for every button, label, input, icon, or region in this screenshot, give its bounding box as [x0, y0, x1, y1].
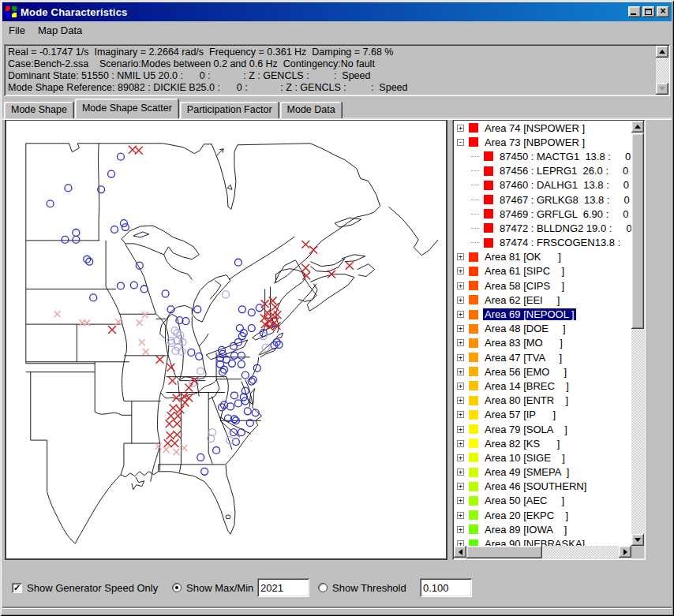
threshold-value-input[interactable] [420, 578, 472, 597]
tree-label[interactable]: 87450 : MACTG1 13.8 : 0 : [498, 151, 631, 162]
tree-row-area[interactable]: +Area 14 [BREC ] [454, 379, 631, 393]
tree-label[interactable]: Area 74 [NSPOWER ] [483, 122, 586, 134]
tree-scroll-down-button[interactable] [631, 534, 644, 546]
expand-icon[interactable]: + [457, 397, 464, 404]
tree-label-selected[interactable]: Area 69 [NEPOOL ] [483, 308, 576, 320]
show-threshold-radio[interactable] [318, 583, 328, 592]
tree-label[interactable]: 87472 : BLLDNG2 19.0 : 0 : [498, 222, 631, 234]
expand-icon[interactable]: + [457, 383, 464, 390]
show-generator-speed-checkbox[interactable]: ✓ [12, 583, 22, 593]
expand-icon[interactable]: + [457, 253, 464, 260]
tree-label[interactable]: Area 62 [EEI ] [483, 294, 561, 306]
expand-icon[interactable]: + [457, 483, 464, 490]
tree-row-area[interactable]: +Area 81 [OK ] [454, 250, 631, 264]
tree-row-area[interactable]: +Area 47 [TVA ] [454, 350, 631, 364]
tree-row-area[interactable]: +Area 56 [EMO ] [454, 364, 631, 379]
tree-label[interactable]: Area 80 [ENTR ] [483, 394, 570, 406]
tree-vertical-scrollbar[interactable] [631, 121, 644, 546]
tree-label[interactable]: Area 83 [MO ] [483, 337, 564, 349]
tab-participation-factor[interactable]: Participation Factor [180, 102, 279, 118]
tree-vertical-thumb[interactable] [631, 133, 644, 329]
minimize-button[interactable] [628, 6, 641, 17]
tree-row-area[interactable]: +Area 89 [IOWA ] [454, 522, 631, 536]
tree-row-generator[interactable]: 87474 : FRSCOGEN13.8 : [454, 236, 631, 250]
tree-row-area[interactable]: +Area 79 [SOLA ] [454, 422, 631, 436]
tree-row-area[interactable]: +Area 57 [IP ] [454, 408, 631, 422]
expand-icon[interactable]: + [457, 497, 464, 504]
tree-row-generator[interactable]: 87472 : BLLDNG2 19.0 : 0 : [454, 221, 631, 235]
expand-icon[interactable]: + [457, 354, 464, 361]
tree-row-area[interactable]: +Area 83 [MO ] [454, 336, 631, 350]
tree-row-area[interactable]: +Area 50 [AEC ] [454, 494, 631, 508]
tree-row-area[interactable]: +Area 74 [NSPOWER ] [454, 121, 631, 135]
tab-mode-shape-scatter[interactable]: Mode Shape Scatter [75, 99, 179, 118]
tree-label[interactable]: 87460 : DALHG1 13.8 : 0 : [498, 179, 631, 191]
tree-horizontal-thumb[interactable] [466, 546, 542, 558]
tree-row-area[interactable]: +Area 49 [SMEPA ] [454, 465, 631, 480]
tree-label[interactable]: Area 82 [KS ] [483, 438, 561, 450]
tree-label[interactable]: 87469 : GRFLGL 6.90 : 0 : [498, 208, 631, 220]
tree-row-area[interactable]: +Area 90 [NEBRASKA] [454, 536, 631, 546]
tree-label[interactable]: Area 81 [OK ] [483, 251, 563, 263]
tree-scroll-right-button[interactable] [619, 546, 631, 558]
tree-label[interactable]: Area 50 [AEC ] [483, 495, 566, 506]
tree-row-generator[interactable]: 87450 : MACTG1 13.8 : 0 : [454, 149, 631, 163]
tree-row-generator[interactable]: 87469 : GRFLGL 6.90 : 0 : [454, 207, 631, 221]
expand-icon[interactable]: + [457, 440, 464, 447]
tree-label[interactable]: Area 89 [IOWA ] [483, 524, 568, 536]
tree-label[interactable]: 87456 : LEPRG1 26.0 : 0 : [498, 165, 631, 177]
tree-row-area[interactable]: +Area 20 [EKPC ] [454, 508, 631, 522]
tree-label[interactable]: Area 90 [NEBRASKA] [483, 538, 586, 546]
tree-row-area[interactable]: -Area 73 [NBPOWER ] [454, 135, 631, 149]
tree-label[interactable]: 87467 : GRLKG8 13.8 : 0 : [498, 194, 631, 206]
tree-label[interactable]: Area 10 [SIGE ] [483, 452, 567, 464]
tree-row-area[interactable]: +Area 58 [CIPS ] [454, 278, 631, 293]
tree-label[interactable]: Area 61 [SIPC ] [483, 265, 566, 277]
info-scroll-down-button[interactable] [656, 83, 668, 95]
expand-icon[interactable]: + [457, 469, 464, 476]
menu-map-data[interactable]: Map Data [32, 23, 88, 38]
tree-scroll-left-button[interactable] [454, 546, 466, 558]
tree-row-area[interactable]: +Area 61 [SIPC ] [454, 264, 631, 278]
tree-label[interactable]: Area 20 [EKPC ] [483, 510, 570, 521]
tree-label[interactable]: Area 57 [IP ] [483, 409, 557, 420]
info-scrollbar[interactable] [656, 46, 668, 95]
tree-row-area[interactable]: +Area 46 [SOUTHERN] [454, 480, 631, 494]
expand-icon[interactable]: + [457, 311, 464, 318]
expand-icon[interactable]: + [457, 339, 464, 346]
tree-label[interactable]: Area 58 [CIPS ] [483, 280, 566, 292]
tab-mode-shape[interactable]: Mode Shape [4, 102, 74, 118]
maximize-button[interactable] [642, 6, 655, 17]
tree-row-generator[interactable]: 87460 : DALHG1 13.8 : 0 : [454, 178, 631, 192]
tree-label[interactable]: Area 46 [SOUTHERN] [483, 480, 588, 492]
maxmin-value-input[interactable] [257, 578, 309, 597]
tree-label[interactable]: Area 73 [NBPOWER ] [483, 136, 586, 148]
tree-row-generator[interactable]: 87456 : LEPRG1 26.0 : 0 : [454, 164, 631, 178]
expand-icon[interactable]: + [457, 540, 464, 546]
tree-label[interactable]: Area 49 [SMEPA ] [483, 466, 571, 478]
tree-label[interactable]: Area 56 [EMO ] [483, 366, 568, 378]
tree-row-area[interactable]: +Area 82 [KS ] [454, 436, 631, 450]
tree-row-area[interactable]: +Area 69 [NEPOOL ] [454, 307, 631, 321]
expand-icon[interactable]: + [457, 411, 464, 418]
expand-icon[interactable]: + [457, 454, 464, 461]
expand-icon[interactable]: + [457, 325, 464, 332]
tree-row-area[interactable]: +Area 80 [ENTR ] [454, 394, 631, 408]
tree-label[interactable]: Area 14 [BREC ] [483, 380, 571, 392]
close-button[interactable]: × [657, 6, 669, 17]
expand-icon[interactable]: + [457, 125, 464, 132]
title-bar[interactable]: Mode Characteristics × [2, 2, 672, 21]
info-scroll-up-button[interactable] [656, 46, 668, 58]
tree-row-generator[interactable]: 87467 : GRLKG8 13.8 : 0 : [454, 192, 631, 207]
expand-icon[interactable]: + [457, 297, 464, 304]
tree-horizontal-scrollbar[interactable] [454, 546, 631, 558]
tree-row-area[interactable]: +Area 10 [SIGE ] [454, 450, 631, 465]
menu-file[interactable]: File [2, 23, 32, 38]
tree-label[interactable]: Area 47 [TVA ] [483, 352, 564, 364]
tree-row-area[interactable]: +Area 62 [EEI ] [454, 293, 631, 307]
expand-icon[interactable]: + [457, 512, 464, 519]
tree-row-area[interactable]: +Area 48 [DOE ] [454, 322, 631, 336]
mode-shape-scatter-map[interactable] [5, 119, 447, 560]
tab-mode-data[interactable]: Mode Data [280, 102, 343, 118]
tree-label[interactable]: 87474 : FRSCOGEN13.8 : [498, 237, 622, 248]
